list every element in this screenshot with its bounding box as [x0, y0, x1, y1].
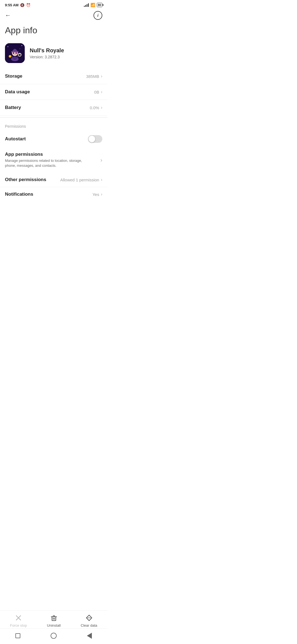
- svg-rect-6: [11, 51, 18, 52]
- battery-chevron-icon: ›: [101, 105, 102, 110]
- notifications-row[interactable]: Notifications Yes ›: [0, 187, 107, 201]
- notifications-chevron-icon: ›: [101, 192, 102, 197]
- autostart-toggle[interactable]: [88, 135, 102, 143]
- data-usage-row[interactable]: Data usage 0B ›: [0, 84, 107, 100]
- storage-value: 385MB ›: [86, 74, 102, 79]
- back-button[interactable]: ←: [5, 12, 11, 19]
- app-permissions-title: App permissions: [5, 152, 87, 157]
- other-permissions-value: Allowed 1 permission ›: [60, 177, 102, 182]
- divider: [0, 117, 107, 118]
- app-permissions-description: Manage permissions related to location, …: [5, 158, 87, 168]
- app-permissions-chevron-icon: ›: [100, 157, 102, 163]
- svg-point-10: [16, 53, 16, 54]
- top-nav: ← i: [0, 9, 107, 22]
- bottom-spacer: [0, 201, 107, 234]
- alarm-icon: ⏰: [26, 3, 31, 7]
- battery-row[interactable]: Battery 0.0% ›: [0, 100, 107, 116]
- app-icon-svg: [5, 43, 24, 63]
- signal-bars-icon: [84, 3, 89, 7]
- app-permissions-row[interactable]: App permissions Manage permissions relat…: [0, 147, 107, 173]
- app-permissions-text: App permissions Manage permissions relat…: [5, 152, 87, 168]
- status-time: 9:55 AM: [5, 3, 18, 7]
- svg-point-14: [20, 54, 21, 55]
- data-usage-label: Data usage: [5, 89, 30, 95]
- other-permissions-chevron-icon: ›: [101, 177, 102, 182]
- autostart-row[interactable]: Autostart: [0, 131, 107, 147]
- svg-point-2: [21, 45, 22, 46]
- app-version: Version: 3.2872.3: [30, 55, 64, 59]
- storage-chevron-icon: ›: [101, 74, 102, 79]
- toggle-knob: [89, 136, 95, 142]
- battery-label: Battery: [5, 105, 21, 110]
- wifi-icon: 📶: [90, 3, 95, 7]
- svg-point-9: [13, 53, 14, 54]
- status-left: 9:55 AM 🔇 ⏰: [5, 3, 31, 7]
- battery-value: 0.0% ›: [90, 105, 102, 110]
- permissions-header: Permissions: [0, 119, 107, 131]
- svg-point-16: [9, 55, 11, 57]
- app-text-info: Null's Royale Version: 3.2872.3: [30, 47, 64, 59]
- storage-row[interactable]: Storage 385MB ›: [0, 69, 107, 84]
- svg-point-3: [20, 48, 20, 49]
- other-permissions-row[interactable]: Other permissions Allowed 1 permission ›: [0, 173, 107, 187]
- notifications-value: Yes ›: [92, 192, 102, 197]
- info-button[interactable]: i: [94, 11, 102, 20]
- page-title: App info: [0, 22, 107, 40]
- status-bar: 9:55 AM 🔇 ⏰ 📶 80: [0, 0, 107, 9]
- app-name: Null's Royale: [30, 47, 64, 54]
- storage-label: Storage: [5, 73, 22, 79]
- svg-point-1: [7, 46, 8, 47]
- data-usage-chevron-icon: ›: [101, 89, 102, 94]
- notifications-label: Notifications: [5, 192, 33, 197]
- data-usage-value: 0B ›: [94, 89, 102, 94]
- svg-point-13: [19, 54, 20, 55]
- app-icon: [5, 43, 25, 63]
- status-right: 📶 80: [84, 3, 102, 7]
- battery-icon: 80: [97, 3, 102, 7]
- mute-icon: 🔇: [20, 3, 24, 7]
- autostart-label: Autostart: [5, 136, 26, 142]
- app-info-card: Null's Royale Version: 3.2872.3: [0, 40, 107, 69]
- other-permissions-label: Other permissions: [5, 177, 46, 182]
